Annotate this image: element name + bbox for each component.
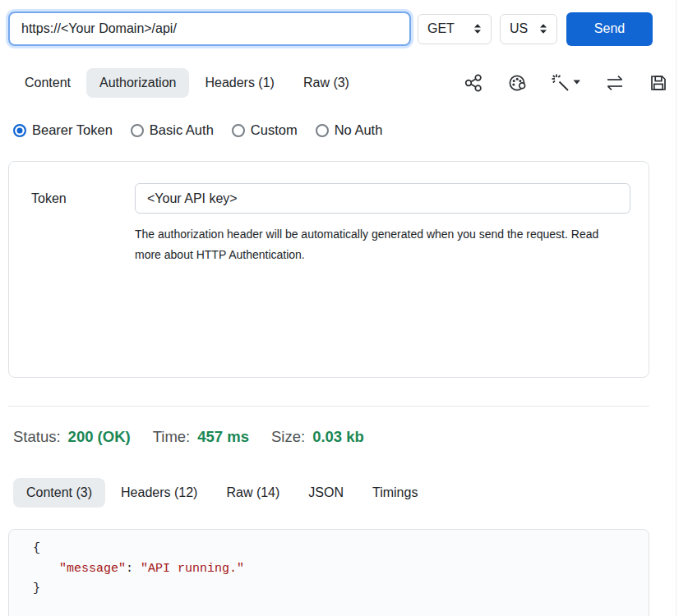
radio-basic-auth[interactable]: Basic Auth (131, 122, 214, 138)
status-value: 200 (OK) (68, 428, 131, 446)
token-label: Token (31, 191, 135, 206)
tab-headers[interactable]: Headers (1) (192, 68, 287, 98)
region-select[interactable]: US (500, 14, 557, 44)
send-button[interactable]: Send (566, 12, 653, 46)
code-line: "message": "API running." (59, 559, 649, 580)
swap-arrows-icon[interactable] (605, 73, 625, 93)
radio-unselected-icon (316, 124, 329, 137)
response-status-row: Status: 200 (OK) Time: 457 ms Size: 0.03… (13, 428, 688, 446)
time-label: Time: (153, 428, 191, 446)
resp-tab-json[interactable]: JSON (295, 478, 357, 508)
tab-raw[interactable]: Raw (3) (290, 68, 362, 98)
radio-label: Basic Auth (150, 122, 214, 138)
radio-label: No Auth (335, 122, 383, 138)
method-select-value: GET (427, 21, 455, 36)
response-tabs-row: Content (3) Headers (12) Raw (14) JSON T… (13, 478, 678, 508)
radio-unselected-icon (131, 124, 144, 137)
radio-custom[interactable]: Custom (232, 122, 298, 138)
radio-unselected-icon (232, 124, 245, 137)
method-select[interactable]: GET (418, 14, 492, 44)
resp-tab-content[interactable]: Content (3) (13, 478, 105, 508)
size-label: Size: (271, 428, 305, 446)
resp-tab-headers[interactable]: Headers (12) (108, 478, 210, 508)
content-right-edge (676, 0, 676, 616)
palette-icon[interactable] (507, 73, 527, 93)
url-input[interactable] (8, 11, 411, 46)
token-row: Token (9, 162, 649, 214)
code-line: { (33, 539, 649, 559)
resp-tab-raw[interactable]: Raw (14) (213, 478, 293, 508)
auth-type-radios: Bearer Token Basic Auth Custom No Auth (13, 122, 688, 138)
code-line: } (33, 579, 649, 600)
radio-label: Custom (251, 122, 298, 138)
auth-help-text: The authorization header will be automat… (135, 224, 622, 265)
updown-caret-icon (473, 23, 482, 34)
radio-bearer-token[interactable]: Bearer Token (13, 122, 113, 138)
request-bar: GET US Send (0, 0, 688, 46)
magic-wand-dropdown-icon[interactable] (551, 73, 581, 93)
tab-authorization[interactable]: Authorization (86, 68, 189, 98)
tab-content[interactable]: Content (12, 68, 84, 98)
json-key: "message" (59, 562, 126, 576)
radio-selected-icon (13, 124, 26, 137)
json-value: "API running." (141, 562, 244, 576)
token-input[interactable] (135, 183, 630, 214)
updown-caret-icon (539, 23, 547, 34)
request-tabs-row: Content Authorization Headers (1) Raw (3… (12, 68, 678, 98)
share-nodes-icon[interactable] (464, 73, 483, 93)
radio-label: Bearer Token (32, 122, 113, 138)
toolbar-icon-group (464, 73, 678, 93)
token-panel: Token The authorization header will be a… (8, 161, 649, 378)
region-select-value: US (510, 21, 528, 36)
api-tester-page: GET US Send Content Authorization Header… (0, 0, 688, 616)
radio-no-auth[interactable]: No Auth (316, 122, 383, 138)
size-value: 0.03 kb (312, 428, 364, 446)
status-label: Status: (13, 428, 61, 446)
resp-tab-timings[interactable]: Timings (359, 478, 431, 508)
time-value: 457 ms (197, 428, 249, 446)
response-body-code: { "message": "API running." } (8, 529, 649, 616)
save-icon[interactable] (649, 73, 668, 93)
json-separator: : (126, 562, 141, 576)
section-divider (8, 406, 649, 407)
